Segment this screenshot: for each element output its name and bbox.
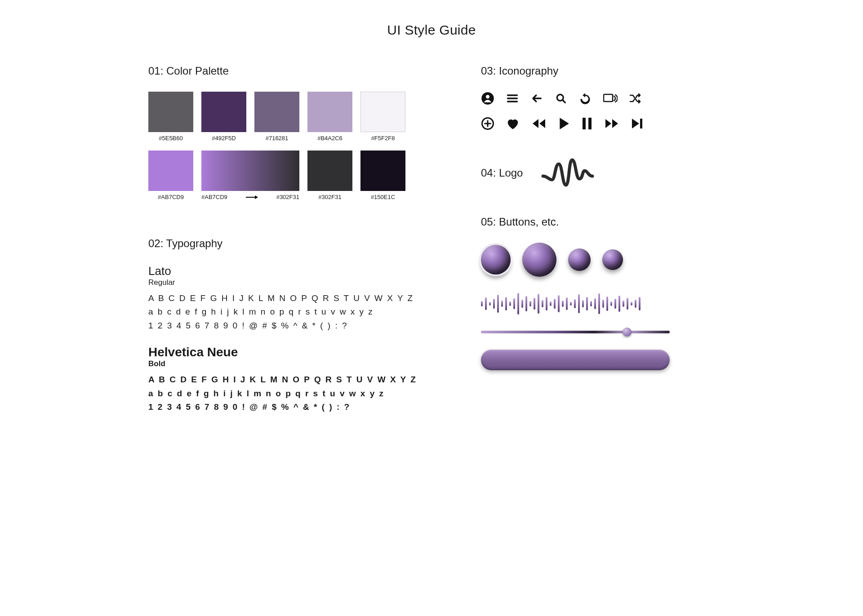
swatch: #302F31 [307, 151, 352, 206]
section-iconography: 03: Iconography [481, 65, 670, 130]
swatch: #150E1C [360, 151, 405, 206]
gradient-swatch: #AB7CD9 #302F31 [201, 151, 299, 206]
section-title: 04: Logo [481, 167, 523, 179]
swatch: #716281 [254, 92, 299, 147]
section-color-palette: 01: Color Palette #5E5B60 #492F5D #71628… [148, 65, 436, 206]
swatch: #5E5B60 [148, 92, 193, 147]
orb-button[interactable] [568, 248, 591, 271]
swatch: #492F5D [201, 92, 246, 147]
progress-slider[interactable] [481, 331, 670, 333]
svg-rect-7 [640, 119, 642, 129]
page-title: UI Style Guide [144, 22, 719, 38]
orb-button[interactable] [481, 245, 511, 275]
section-title: 01: Color Palette [148, 65, 436, 77]
pill-button[interactable] [481, 350, 670, 370]
add-circle-icon [481, 117, 494, 130]
svg-rect-3 [604, 94, 613, 102]
svg-point-1 [486, 95, 489, 98]
section-title: 05: Buttons, etc. [481, 216, 670, 228]
svg-rect-5 [583, 118, 586, 129]
swatch: #AB7CD9 [148, 151, 193, 206]
waveform-logo-icon [541, 157, 595, 189]
typeface-lato: Lato Regular A B C D E F G H I J K L M N… [148, 264, 436, 332]
orb-button[interactable] [522, 243, 556, 277]
cast-icon [603, 93, 618, 104]
waveform-visual [481, 290, 670, 317]
forward-icon [604, 118, 619, 129]
account-icon [481, 92, 494, 105]
arrow-right-icon [246, 197, 258, 198]
skip-next-icon [631, 118, 644, 129]
shuffle-icon [629, 93, 643, 104]
section-title: 03: Iconography [481, 65, 670, 77]
swatch: #F5F2F8 [360, 92, 405, 147]
pause-icon [582, 117, 592, 130]
play-icon [558, 117, 570, 130]
heart-icon [506, 117, 520, 130]
section-typography: 02: Typography Lato Regular A B C D E F … [148, 237, 436, 414]
rewind-icon [531, 118, 547, 129]
search-icon [555, 92, 567, 105]
menu-icon [506, 92, 519, 105]
swatch: #B4A2C6 [307, 92, 352, 147]
replay-icon [579, 92, 592, 105]
section-buttons: 05: Buttons, etc. [481, 216, 670, 370]
orb-button[interactable] [602, 249, 623, 270]
back-icon [530, 92, 543, 105]
section-logo: 04: Logo [481, 157, 670, 189]
section-title: 02: Typography [148, 237, 436, 250]
svg-rect-6 [588, 118, 592, 129]
typeface-helvetica: Helvetica Neue Bold A B C D E F G H I J … [148, 345, 436, 414]
slider-thumb[interactable] [623, 328, 632, 337]
